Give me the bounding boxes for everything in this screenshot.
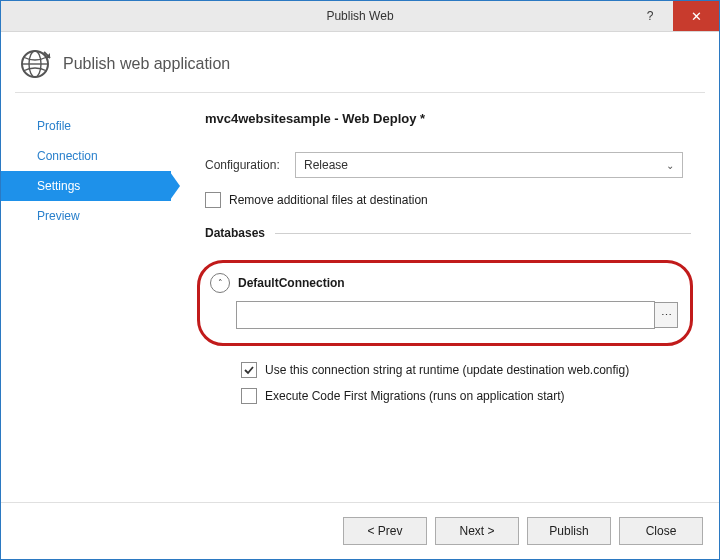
db-header: ˄ DefaultConnection <box>210 273 678 293</box>
execute-cf-row: Execute Code First Migrations (runs on a… <box>241 388 691 404</box>
use-runtime-label: Use this connection string at runtime (u… <box>265 363 629 377</box>
sidebar-item-connection[interactable]: Connection <box>1 141 171 171</box>
footer: < Prev Next > Publish Close <box>1 502 719 559</box>
chevron-up-icon: ˄ <box>218 278 223 288</box>
collapse-toggle[interactable]: ˄ <box>210 273 230 293</box>
execute-cf-label: Execute Code First Migrations (runs on a… <box>265 389 564 403</box>
sidebar-item-profile[interactable]: Profile <box>1 111 171 141</box>
ellipsis-icon: ⋯ <box>661 309 672 322</box>
sidebar: Profile Connection Settings Preview <box>1 93 171 502</box>
configuration-label: Configuration: <box>205 158 295 172</box>
databases-title: Databases <box>205 226 265 240</box>
db-name: DefaultConnection <box>238 276 345 290</box>
titlebar: Publish Web ? ✕ <box>1 1 719 32</box>
connection-string-input[interactable] <box>236 301 655 329</box>
remove-files-label: Remove additional files at destination <box>229 193 428 207</box>
use-runtime-row: Use this connection string at runtime (u… <box>241 362 691 378</box>
section-divider <box>275 233 691 234</box>
remove-files-checkbox[interactable] <box>205 192 221 208</box>
next-button[interactable]: Next > <box>435 517 519 545</box>
window-title: Publish Web <box>1 9 719 23</box>
app-title: Publish web application <box>63 55 230 73</box>
browse-connection-button[interactable]: ⋯ <box>655 302 678 328</box>
configuration-value: Release <box>304 158 348 172</box>
connection-string-row: ⋯ <box>236 301 678 329</box>
db-options: Use this connection string at runtime (u… <box>241 362 691 404</box>
publish-button[interactable]: Publish <box>527 517 611 545</box>
body: Profile Connection Settings Preview mvc4… <box>1 93 719 502</box>
databases-section-header: Databases <box>205 226 691 240</box>
sidebar-item-settings[interactable]: Settings <box>1 171 171 201</box>
main-panel: mvc4websitesample - Web Deploy * Configu… <box>171 93 719 502</box>
close-button[interactable]: Close <box>619 517 703 545</box>
sidebar-item-preview[interactable]: Preview <box>1 201 171 231</box>
use-runtime-checkbox[interactable] <box>241 362 257 378</box>
configuration-select[interactable]: Release ⌄ <box>295 152 683 178</box>
remove-files-row: Remove additional files at destination <box>205 192 691 208</box>
prev-button[interactable]: < Prev <box>343 517 427 545</box>
default-connection-callout: ˄ DefaultConnection ⋯ <box>197 260 693 346</box>
header: Publish web application <box>1 32 719 92</box>
chevron-down-icon: ⌄ <box>666 160 674 171</box>
execute-cf-checkbox[interactable] <box>241 388 257 404</box>
publish-web-window: Publish Web ? ✕ Publish web application … <box>0 0 720 560</box>
page-title: mvc4websitesample - Web Deploy * <box>205 111 691 126</box>
globe-arrow-icon <box>19 48 51 80</box>
configuration-row: Configuration: Release ⌄ <box>205 152 691 178</box>
